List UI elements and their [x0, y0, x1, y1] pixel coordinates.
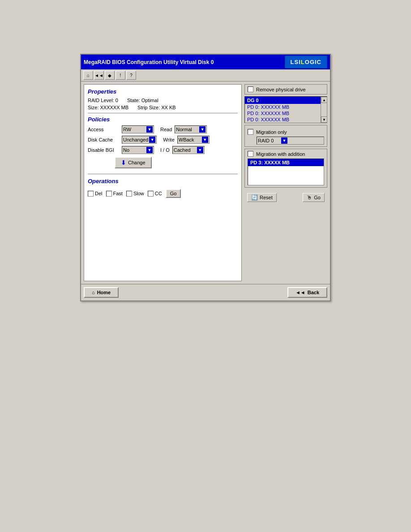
window-title: MegaRAID BIOS Configuration Utility Virt…: [84, 59, 214, 65]
access-select[interactable]: RW ▼: [122, 125, 154, 133]
read-label: Read: [160, 127, 172, 132]
strip-size: Strip Size: XX KB: [137, 105, 176, 110]
left-panel: Properties RAID Level: 0 State: Optimal …: [84, 84, 242, 281]
drive-list-scroll-down[interactable]: ▼: [321, 116, 327, 123]
io-select[interactable]: Cached ▼: [172, 146, 205, 154]
cc-checkbox-item: CC: [148, 191, 162, 197]
disk-cache-select[interactable]: Unchanged ▼: [122, 136, 157, 144]
drive-list-scroll-up[interactable]: ▲: [321, 97, 327, 103]
toolbar-btn-info[interactable]: !: [116, 71, 125, 80]
size: Size: XXXXXX MB: [88, 105, 128, 110]
raid-select[interactable]: RAID 0 ▼: [257, 137, 324, 145]
toolbar-btn-help[interactable]: ?: [126, 71, 136, 80]
home-icon: ⌂: [92, 290, 95, 295]
state: State: Optimal: [127, 98, 158, 103]
migration-only-checkbox[interactable]: [248, 129, 253, 135]
go-button[interactable]: 🖱 Go: [303, 193, 325, 202]
fast-checkbox[interactable]: [106, 191, 112, 197]
operations-title: Operations: [88, 178, 238, 184]
back-icon: ◄◄: [295, 290, 305, 295]
write-arrow[interactable]: ▼: [202, 137, 208, 143]
disable-bgi-select[interactable]: No ▼: [122, 146, 154, 154]
raid-arrow[interactable]: ▼: [281, 137, 287, 144]
read-arrow[interactable]: ▼: [199, 126, 206, 133]
policies-title: Policies: [88, 116, 238, 123]
disk-cache-label: Disk Cache: [88, 137, 119, 142]
operations-go-button[interactable]: Go: [166, 189, 181, 198]
migration-section: Migration only RAID 0 ▼: [244, 125, 327, 147]
migration-only-label: Migration only: [256, 129, 287, 135]
dg0-header[interactable]: DG 0: [245, 97, 321, 104]
go-icon: 🖱: [307, 194, 312, 201]
avail-drives-box: PD 3: XXXXX MB: [248, 159, 324, 185]
migration-addition-label: Migration with addition: [256, 151, 305, 157]
disk-cache-arrow[interactable]: ▼: [149, 137, 155, 143]
slow-checkbox[interactable]: [126, 191, 132, 197]
del-checkbox-item: Del: [88, 191, 103, 197]
remove-drive-label: Remove physical drive: [256, 87, 306, 92]
pd0-2[interactable]: PD 0: XXXXXX MB: [245, 110, 321, 116]
lsi-logo: LSILOGIC: [285, 56, 327, 69]
back-button[interactable]: ◄◄ Back: [287, 287, 327, 298]
raid-level: RAID Level: 0: [88, 98, 118, 103]
disable-bgi-label: Disable BGI: [88, 147, 119, 153]
pd0-3[interactable]: PD 0: XXXXXX MB: [245, 116, 321, 123]
reset-icon: 🔄: [251, 194, 258, 201]
drive-list-box: DG 0 PD 0: XXXXXX MB PD 0: XXXXXX MB PD …: [244, 96, 327, 123]
migration-addition-section: Migration with addition PD 3: XXXXX MB: [244, 149, 327, 188]
slow-checkbox-item: Slow: [126, 191, 144, 197]
slow-label: Slow: [133, 191, 144, 196]
disable-bgi-arrow[interactable]: ▼: [146, 147, 153, 153]
cc-checkbox[interactable]: [148, 191, 154, 197]
footer: ⌂ Home ◄◄ Back: [81, 284, 330, 300]
change-button[interactable]: ⬇ Change: [115, 157, 152, 168]
access-arrow[interactable]: ▼: [146, 126, 153, 133]
cc-label: CC: [155, 191, 162, 196]
remove-drive-checkbox[interactable]: [248, 86, 253, 92]
reset-button[interactable]: 🔄 Reset: [247, 193, 277, 202]
bottom-buttons: 🔄 Reset 🖱 Go: [244, 191, 327, 204]
del-checkbox[interactable]: [88, 191, 94, 197]
toolbar-btn-home[interactable]: ⌂: [83, 71, 93, 80]
write-label: Write: [163, 137, 174, 142]
fast-checkbox-item: Fast: [106, 191, 123, 197]
write-select[interactable]: WBack ▼: [177, 136, 210, 144]
toolbar: ⌂ ◄◄ ◆ ! ?: [81, 69, 330, 82]
access-label: Access: [88, 127, 119, 132]
pd0-1[interactable]: PD 0: XXXXXX MB: [245, 104, 321, 110]
remove-drive-row: Remove physical drive: [244, 84, 327, 94]
toolbar-btn-back[interactable]: ◄◄: [94, 71, 104, 80]
properties-title: Properties: [88, 88, 238, 95]
io-arrow[interactable]: ▼: [197, 147, 203, 153]
right-panel: Remove physical drive DG 0 PD 0: XXXXXX …: [244, 84, 327, 281]
del-label: Del: [95, 191, 103, 196]
avail-drive-header[interactable]: PD 3: XXXXX MB: [248, 159, 324, 166]
io-label: I / O: [160, 147, 170, 153]
toolbar-btn-diamond[interactable]: ◆: [105, 71, 115, 80]
migration-addition-checkbox[interactable]: [248, 151, 253, 157]
read-select[interactable]: Normal ▼: [175, 125, 207, 133]
title-bar: MegaRAID BIOS Configuration Utility Virt…: [81, 55, 330, 69]
home-button[interactable]: ⌂ Home: [84, 287, 119, 298]
fast-label: Fast: [113, 191, 123, 196]
